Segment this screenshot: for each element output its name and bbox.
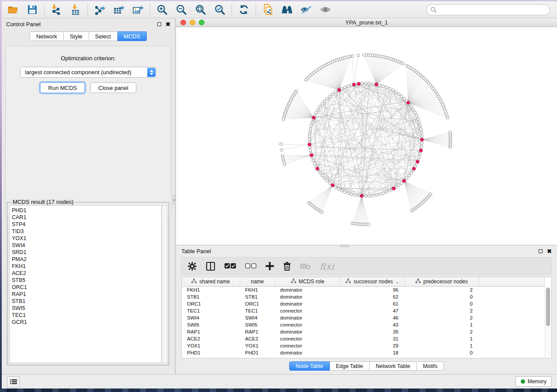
add-column-icon[interactable]: [266, 262, 274, 270]
table-row[interactable]: PHD1PHD1dominator180: [182, 349, 544, 356]
network-node[interactable]: [412, 167, 415, 170]
table-cell[interactable]: 31: [340, 335, 405, 342]
network-node[interactable]: [316, 167, 319, 170]
optimization-criterion-select[interactable]: largest connected component (undirected): [20, 67, 156, 78]
open-file-icon[interactable]: [7, 3, 19, 16]
network-node[interactable]: [378, 84, 381, 86]
table-cell[interactable]: RAP1: [182, 328, 240, 335]
table-row[interactable]: SWI5SWI5connector431: [182, 321, 544, 328]
network-node[interactable]: [385, 86, 387, 89]
table-cell[interactable]: 0: [405, 300, 479, 307]
network-node[interactable]: [400, 182, 403, 184]
horizontal-splitter-handle[interactable]: [340, 244, 349, 247]
table-cell[interactable]: 18: [340, 349, 405, 356]
column-header-MCDS-role[interactable]: MCDS role: [275, 277, 340, 286]
mcds-result-item[interactable]: TEC1: [12, 312, 161, 319]
network-node[interactable]: [357, 82, 360, 85]
network-node[interactable]: [310, 124, 312, 127]
table-cell[interactable]: dominator: [275, 314, 340, 321]
network-node[interactable]: [419, 152, 422, 155]
network-node[interactable]: [304, 79, 307, 81]
table-cell[interactable]: SWI4: [182, 314, 240, 321]
network-node[interactable]: [388, 87, 391, 90]
table-cell[interactable]: ACE2: [182, 335, 240, 342]
column-header-shared-name[interactable]: shared name: [182, 277, 240, 286]
network-node[interactable]: [325, 179, 328, 182]
table-cell[interactable]: YOX1: [182, 342, 240, 349]
export-image-icon[interactable]: [132, 3, 144, 16]
tab-select[interactable]: Select: [89, 31, 118, 41]
network-node[interactable]: [364, 82, 367, 85]
network-node[interactable]: [392, 187, 395, 190]
table-cell[interactable]: YOX1: [240, 342, 275, 349]
table-row[interactable]: FKH1FKH1dominator962: [182, 286, 544, 293]
tab-edge-table[interactable]: Edge Table: [330, 361, 370, 371]
network-node[interactable]: [357, 194, 360, 197]
tab-network-table[interactable]: Network Table: [370, 361, 417, 371]
network-node[interactable]: [280, 143, 282, 145]
export-table-icon[interactable]: [113, 3, 125, 16]
close-panel-icon[interactable]: ✖: [166, 21, 170, 27]
table-cell[interactable]: SWI4: [240, 314, 275, 321]
network-node[interactable]: [449, 131, 451, 134]
table-cell[interactable]: 1: [405, 342, 479, 349]
table-row[interactable]: STB1STB1dominator620: [182, 293, 544, 300]
float-table-panel-icon[interactable]: [539, 249, 543, 253]
network-node[interactable]: [421, 135, 423, 138]
network-node[interactable]: [382, 192, 384, 194]
network-node[interactable]: [312, 116, 315, 119]
network-node[interactable]: [418, 156, 420, 158]
table-cell[interactable]: 1: [405, 321, 479, 328]
network-node[interactable]: [363, 54, 365, 56]
network-node[interactable]: [343, 191, 346, 193]
table-cell[interactable]: 2: [405, 314, 479, 321]
network-node[interactable]: [368, 82, 370, 85]
network-node[interactable]: [309, 149, 311, 151]
network-node[interactable]: [309, 128, 311, 131]
table-cell[interactable]: 1: [405, 335, 479, 342]
network-node[interactable]: [375, 83, 378, 86]
table-cell[interactable]: dominator: [275, 349, 340, 356]
first-neighbors-icon[interactable]: [281, 3, 293, 16]
zoom-selected-icon[interactable]: [214, 3, 226, 16]
table-cell[interactable]: 0: [405, 349, 479, 356]
network-node[interactable]: [334, 186, 337, 189]
column-header-name[interactable]: name: [240, 277, 275, 286]
table-cell[interactable]: dominator: [275, 293, 340, 300]
table-cell[interactable]: STB1: [240, 293, 275, 300]
mcds-result-item[interactable]: PHD1: [12, 207, 161, 214]
network-node[interactable]: [331, 184, 334, 187]
network-node[interactable]: [400, 95, 403, 97]
mcds-result-item[interactable]: ORC1: [12, 284, 161, 291]
close-panel-button[interactable]: Close panel: [90, 83, 136, 93]
vertical-splitter-handle[interactable]: [173, 195, 176, 205]
table-cell[interactable]: FKH1: [182, 286, 240, 293]
table-cell[interactable]: 62: [340, 293, 405, 300]
network-canvas[interactable]: [176, 27, 557, 245]
zoom-out-icon[interactable]: [175, 3, 187, 16]
network-node[interactable]: [353, 83, 356, 86]
show-all-icon[interactable]: [319, 3, 332, 16]
table-cell[interactable]: FKH1: [240, 286, 275, 293]
zoom-fit-icon[interactable]: [194, 3, 207, 16]
memory-button[interactable]: Memory: [515, 376, 552, 387]
network-node[interactable]: [408, 174, 410, 177]
table-scrollbar[interactable]: [545, 287, 551, 358]
mcds-result-item[interactable]: YOX1: [12, 235, 161, 242]
network-node[interactable]: [416, 160, 419, 163]
import-table-icon[interactable]: [69, 3, 82, 16]
network-node[interactable]: [410, 172, 412, 174]
network-graph[interactable]: [176, 27, 554, 245]
network-node[interactable]: [334, 91, 337, 93]
network-node[interactable]: [403, 97, 405, 100]
network-node[interactable]: [368, 195, 370, 197]
network-node[interactable]: [417, 117, 419, 120]
network-node[interactable]: [378, 193, 381, 196]
mcds-result-item[interactable]: FKH1: [12, 263, 161, 270]
mcds-result-item[interactable]: PMA2: [12, 256, 161, 263]
network-node[interactable]: [318, 105, 321, 108]
network-node[interactable]: [311, 121, 313, 124]
network-node[interactable]: [371, 194, 374, 197]
network-node[interactable]: [405, 64, 408, 67]
mcds-result-item[interactable]: STB5: [12, 277, 161, 284]
